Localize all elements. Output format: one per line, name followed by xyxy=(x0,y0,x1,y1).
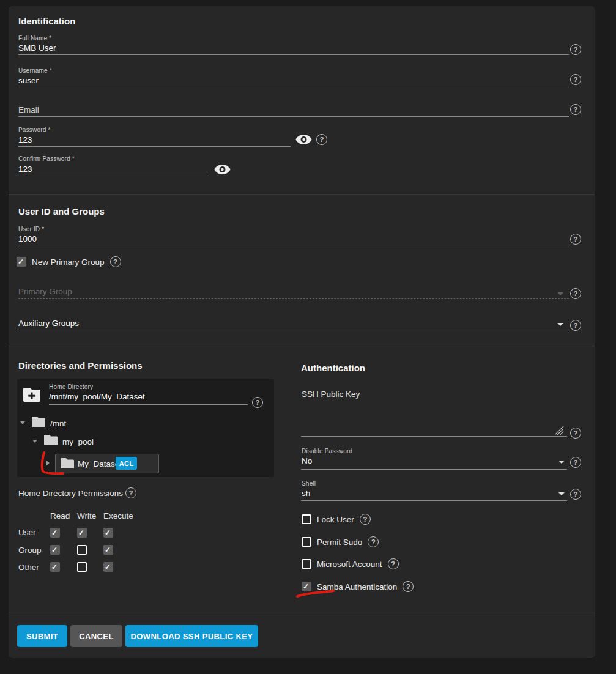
disable-password-label: Disable Password xyxy=(302,448,352,454)
user-id-input[interactable]: 1000 xyxy=(18,234,37,243)
perm-other-write-checkbox[interactable] xyxy=(77,562,87,572)
full-name-underline xyxy=(18,54,569,55)
disable-password-help-icon[interactable] xyxy=(570,457,581,468)
full-name-label: Full Name * xyxy=(18,35,51,42)
perm-user-read-checkbox[interactable] xyxy=(50,528,60,538)
primary-group-select: Primary Group xyxy=(18,287,72,296)
disable-password-underline xyxy=(301,469,567,470)
download-ssh-public-key-button[interactable]: DOWNLOAD SSH PUBLIC KEY xyxy=(125,625,258,647)
shell-help-icon[interactable] xyxy=(570,489,581,500)
permit-sudo-help-icon[interactable] xyxy=(368,536,379,547)
primary-group-dropdown-arrow-icon xyxy=(557,292,563,295)
tree-expander-dataset-icon[interactable] xyxy=(46,461,50,465)
home-directory-help-icon[interactable] xyxy=(252,397,263,408)
microsoft-account-help-icon[interactable] xyxy=(388,558,399,569)
perm-other-read-checkbox[interactable] xyxy=(50,562,60,572)
tree-node-dataset-selected[interactable]: My_Dataset ACL xyxy=(55,454,159,473)
eye-icon xyxy=(214,164,231,175)
perm-row-other-label: Other xyxy=(18,563,50,572)
password-label: Password * xyxy=(18,127,51,133)
permit-sudo-label: Permit Sudo xyxy=(317,538,362,547)
user-id-help-icon[interactable] xyxy=(570,234,581,245)
perm-col-read: Read xyxy=(50,511,77,520)
directories-section-title: Directories and Permissions xyxy=(18,360,143,371)
tree-expander-mnt-icon[interactable] xyxy=(20,421,25,424)
perm-row-user-label: User xyxy=(18,528,50,537)
perm-group-write-checkbox[interactable] xyxy=(77,545,87,555)
new-primary-group-label: New Primary Group xyxy=(32,257,105,267)
perm-user-execute-checkbox[interactable] xyxy=(103,528,113,538)
section-divider xyxy=(9,194,595,195)
email-help-icon[interactable] xyxy=(570,104,581,115)
home-directory-underline xyxy=(49,404,248,405)
new-primary-group-help-icon[interactable] xyxy=(110,256,121,267)
folder-add-icon[interactable] xyxy=(23,388,40,404)
microsoft-account-checkbox[interactable] xyxy=(302,559,311,569)
auxiliary-groups-underline xyxy=(18,331,569,331)
user-id-underline xyxy=(18,245,569,245)
cancel-button[interactable]: CANCEL xyxy=(70,625,122,647)
samba-authentication-label: Samba Authentication xyxy=(317,582,397,591)
permissions-grid: Read Write Execute User Group Other xyxy=(18,508,138,576)
user-id-groups-section-title: User ID and Groups xyxy=(18,206,105,217)
username-input[interactable]: suser xyxy=(18,76,39,85)
password-input[interactable]: 123 xyxy=(18,135,32,144)
tree-node-mnt[interactable]: /mnt xyxy=(50,419,66,428)
lock-user-help-icon[interactable] xyxy=(360,514,371,525)
auxiliary-groups-dropdown-arrow-icon[interactable] xyxy=(557,323,563,326)
lock-user-row: Lock User xyxy=(302,514,371,525)
password-help-icon[interactable] xyxy=(316,134,327,145)
perm-user-write-checkbox[interactable] xyxy=(77,528,87,538)
new-primary-group-row: New Primary Group xyxy=(17,256,121,267)
microsoft-account-row: Microsoft Account xyxy=(302,558,399,569)
perm-col-execute: Execute xyxy=(103,511,138,520)
tree-node-pool[interactable]: my_pool xyxy=(62,437,94,446)
perm-col-write: Write xyxy=(77,511,103,520)
authentication-section-title: Authentication xyxy=(301,363,365,373)
username-underline xyxy=(18,87,569,87)
ssh-public-key-textarea[interactable] xyxy=(301,401,567,435)
home-directory-permissions-help-icon[interactable] xyxy=(125,487,136,498)
ssh-public-key-help-icon[interactable] xyxy=(570,428,581,439)
acl-badge[interactable]: ACL xyxy=(116,457,137,470)
shell-dropdown-arrow-icon[interactable] xyxy=(558,492,565,495)
submit-button[interactable]: SUBMIT xyxy=(17,625,67,647)
home-directory-input[interactable]: /mnt/my_pool/My_Dataset xyxy=(49,392,145,401)
shell-select[interactable]: sh xyxy=(302,489,310,498)
full-name-help-icon[interactable] xyxy=(570,44,581,55)
shell-underline xyxy=(301,500,567,501)
auxiliary-groups-select[interactable]: Auxiliary Groups xyxy=(18,319,79,328)
lock-user-checkbox[interactable] xyxy=(302,514,311,524)
primary-group-underline xyxy=(18,298,569,299)
new-primary-group-checkbox[interactable] xyxy=(17,257,26,267)
samba-authentication-help-icon[interactable] xyxy=(403,581,414,592)
folder-icon xyxy=(32,417,45,429)
tree-expander-pool-icon[interactable] xyxy=(32,440,37,443)
perm-group-read-checkbox[interactable] xyxy=(50,545,60,555)
ssh-public-key-underline xyxy=(301,436,567,437)
perm-other-execute-checkbox[interactable] xyxy=(103,562,113,572)
lock-user-label: Lock User xyxy=(317,515,354,524)
perm-group-execute-checkbox[interactable] xyxy=(103,545,113,555)
confirm-password-visibility-toggle[interactable] xyxy=(214,164,231,177)
folder-icon xyxy=(61,458,74,471)
password-visibility-toggle[interactable] xyxy=(295,134,312,147)
primary-group-help-icon[interactable] xyxy=(570,288,581,299)
disable-password-dropdown-arrow-icon[interactable] xyxy=(558,461,565,464)
confirm-password-input[interactable]: 123 xyxy=(18,165,32,174)
perm-row-group-label: Group xyxy=(18,546,50,555)
auxiliary-groups-help-icon[interactable] xyxy=(570,320,581,331)
disable-password-select[interactable]: No xyxy=(302,456,312,465)
email-underline xyxy=(18,116,569,117)
full-name-input[interactable]: SMB User xyxy=(18,43,56,53)
textarea-resize-handle[interactable] xyxy=(555,426,564,438)
permit-sudo-checkbox[interactable] xyxy=(302,537,311,547)
user-id-label: User ID * xyxy=(18,226,44,232)
samba-authentication-row: Samba Authentication xyxy=(302,581,414,592)
username-label: Username * xyxy=(18,67,52,74)
email-input[interactable] xyxy=(18,104,557,116)
confirm-password-underline xyxy=(18,176,209,176)
username-help-icon[interactable] xyxy=(570,74,581,85)
shell-label: Shell xyxy=(302,480,316,487)
samba-authentication-checkbox[interactable] xyxy=(302,582,311,591)
